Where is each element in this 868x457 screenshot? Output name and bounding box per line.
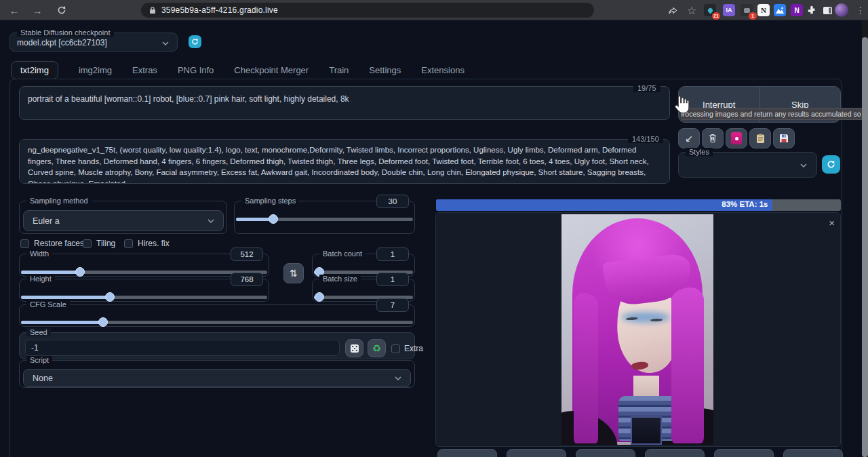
tab-train[interactable]: Train — [329, 65, 349, 75]
profile-avatar[interactable] — [835, 3, 848, 17]
reuse-seed-button[interactable]: ♻ — [368, 339, 386, 357]
seed-input[interactable] — [25, 340, 340, 356]
styles-refresh-button[interactable] — [822, 155, 840, 174]
seed-block: Seed ♻ Extra — [19, 332, 415, 359]
output-action-button-5[interactable] — [714, 449, 774, 457]
width-slider[interactable] — [21, 271, 267, 274]
main-tabs: txt2img img2img Extras PNG Info Checkpoi… — [11, 60, 465, 79]
portrait-collar-box — [631, 416, 662, 445]
restore-faces-checkbox[interactable] — [20, 239, 29, 248]
prompt-token-counter: 19/75 — [633, 84, 660, 92]
onenote-extension-icon[interactable]: N — [791, 4, 803, 16]
pin-extension-badge: 21 — [712, 12, 720, 20]
tab-txt2img[interactable]: txt2img — [11, 61, 58, 79]
refresh-icon — [827, 160, 835, 169]
output-action-button-4[interactable] — [645, 449, 705, 457]
output-action-button-1[interactable] — [437, 449, 497, 457]
notion-extension-icon[interactable]: N — [757, 4, 770, 16]
close-preview-icon[interactable]: × — [829, 217, 835, 228]
page-scrollbar-thumb[interactable] — [862, 37, 868, 457]
tiling-checkbox[interactable] — [83, 239, 92, 248]
checkpoint-dropdown[interactable]: Stable Diffusion checkpoint model.ckpt [… — [9, 33, 178, 52]
extra-seed-option[interactable]: Extra — [391, 344, 423, 353]
styles-label: Styles — [686, 148, 713, 156]
height-input[interactable] — [231, 273, 263, 286]
sampling-steps-input[interactable] — [376, 195, 409, 208]
seed-label: Seed — [26, 328, 51, 336]
sampling-method-select[interactable]: Euler a — [23, 210, 224, 231]
negative-prompt-token-counter: 143/150 — [628, 135, 663, 143]
batch-size-label: Batch size — [319, 275, 361, 283]
tab-checkpoint-merger[interactable]: Checkpoint Merger — [234, 65, 309, 75]
address-bar[interactable]: 359e5b9a-a5ff-4216.gradio.live — [141, 3, 594, 18]
photos-extension-icon[interactable] — [774, 4, 786, 16]
browser-forward-icon[interactable]: → — [30, 3, 45, 18]
extra-seed-label: Extra — [404, 344, 423, 353]
tab-settings[interactable]: Settings — [369, 65, 401, 75]
height-label: Height — [26, 275, 55, 283]
share-icon[interactable] — [665, 3, 680, 18]
browser-reload-icon[interactable] — [54, 3, 69, 18]
sampling-method-block: Sampling method Euler a — [19, 201, 227, 234]
browser-menu-icon[interactable]: ⋮ — [853, 3, 868, 18]
ia-extension-icon[interactable]: IA — [723, 4, 735, 16]
extra-seed-checkbox[interactable] — [391, 344, 400, 353]
chevron-down-icon — [395, 376, 401, 380]
script-label: Script — [26, 356, 52, 364]
apply-style-button[interactable] — [749, 128, 771, 148]
swap-arrows-icon: ⇅ — [290, 268, 298, 279]
clear-prompt-button[interactable] — [702, 128, 724, 148]
tab-png-info[interactable]: PNG Info — [178, 65, 214, 75]
tab-extensions[interactable]: Extensions — [421, 65, 465, 75]
output-action-button-6[interactable] — [783, 449, 843, 457]
tab-extras[interactable]: Extras — [132, 65, 157, 75]
floppy-save-icon — [779, 134, 789, 143]
checkpoint-refresh-button[interactable] — [189, 35, 201, 48]
interrupt-tooltip: processing images and return any results… — [681, 108, 868, 120]
bookmark-star-icon[interactable]: ☆ — [684, 3, 699, 18]
hires-fix-checkbox[interactable] — [124, 239, 133, 248]
prompt-input[interactable]: portrait of a beautiful [woman::0.1] rob… — [19, 86, 670, 120]
cfg-scale-input[interactable] — [376, 298, 409, 312]
tiling-option[interactable]: Tiling — [83, 239, 115, 248]
mountain-glyph — [776, 7, 784, 14]
height-slider[interactable] — [21, 296, 267, 299]
restore-faces-option[interactable]: Restore faces — [20, 239, 84, 248]
save-style-button[interactable] — [773, 128, 795, 148]
batch-count-input[interactable] — [376, 247, 409, 261]
trash-icon — [709, 134, 717, 143]
restore-faces-label: Restore faces — [34, 239, 84, 248]
paste-generation-params-button[interactable]: ↙ — [678, 128, 700, 148]
batch-size-input[interactable] — [376, 273, 409, 286]
width-input[interactable] — [231, 247, 263, 261]
generated-image-preview[interactable] — [561, 214, 713, 445]
swap-width-height-button[interactable]: ⇅ — [283, 263, 304, 283]
tooltip-text: processing images and return any results… — [681, 110, 868, 118]
arrow-down-left-icon: ↙ — [685, 133, 693, 144]
sampling-steps-slider[interactable] — [236, 218, 413, 221]
script-select[interactable]: None — [23, 369, 411, 387]
portrait-right-hair-strand — [671, 287, 704, 443]
browser-back-icon[interactable]: ← — [7, 3, 22, 18]
output-action-button-3[interactable] — [576, 449, 635, 457]
clipboard-icon — [756, 134, 765, 144]
random-seed-button[interactable] — [345, 339, 363, 357]
styles-dropdown[interactable]: Styles — [678, 152, 817, 178]
refresh-icon — [191, 38, 199, 45]
sampling-steps-label: Sampling steps — [241, 197, 299, 205]
cfg-scale-block: CFG Scale — [19, 304, 415, 327]
tab-img2img[interactable]: img2img — [79, 65, 112, 75]
extra-networks-card-icon — [731, 132, 742, 144]
sampling-method-label: Sampling method — [26, 197, 92, 205]
extensions-puzzle-icon[interactable] — [804, 3, 819, 18]
show-extra-networks-button[interactable] — [726, 128, 747, 148]
output-action-button-2[interactable] — [507, 449, 566, 457]
pin-extension-icon[interactable]: 21 — [704, 4, 716, 16]
camera-glyph — [744, 8, 750, 13]
progress-fill: 83% ETA: 1s — [436, 199, 772, 211]
negative-prompt-input[interactable]: ng_deepnegative_v1_75t, (worst quality, … — [19, 139, 670, 184]
side-panel-icon[interactable] — [820, 3, 835, 18]
camera-extension-icon[interactable]: 1 — [741, 4, 753, 16]
hires-fix-option[interactable]: Hires. fix — [124, 239, 170, 248]
cfg-scale-slider[interactable] — [21, 321, 413, 324]
